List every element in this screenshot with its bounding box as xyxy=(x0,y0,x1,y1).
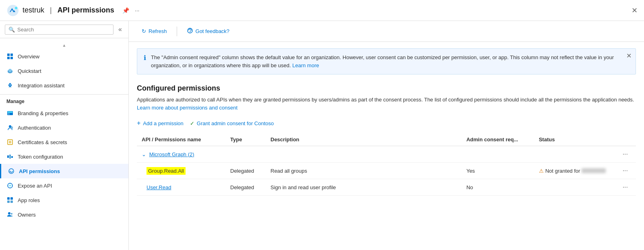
permission-actions: + Add a permission ✓ Grant admin consent… xyxy=(137,118,636,128)
admin-consent-cell: No xyxy=(462,179,534,196)
grid-icon xyxy=(6,53,14,60)
sidebar-item-label: Branding & properties xyxy=(18,110,68,116)
section-description: Applications are authorized to call APIs… xyxy=(137,96,636,112)
sidebar: 🔍 « ▲ Overview Quickstart xyxy=(0,21,129,250)
branding-icon xyxy=(6,110,14,117)
auth-icon xyxy=(6,124,14,131)
permission-name-cell: User.Read xyxy=(137,179,225,196)
row-more-button[interactable]: ··· xyxy=(619,182,631,192)
app-logo xyxy=(6,4,19,17)
svg-rect-29 xyxy=(10,200,13,203)
token-icon xyxy=(6,153,14,160)
permission-desc-cell: Read all groups xyxy=(266,163,462,179)
more-icon[interactable]: ··· xyxy=(135,7,140,14)
permission-name-cell: Group.Read.All xyxy=(137,163,225,179)
svg-point-31 xyxy=(11,213,12,215)
info-banner: ℹ The "Admin consent required" column sh… xyxy=(137,48,636,74)
owners-icon xyxy=(6,211,14,218)
group-actions-cell: ··· xyxy=(615,146,636,163)
table-row: User.Read Delegated Sign in and read use… xyxy=(137,179,636,196)
svg-point-9 xyxy=(8,69,12,72)
svg-rect-20 xyxy=(11,156,13,158)
toolbar: ↻ Refresh Got feedback? xyxy=(129,21,644,42)
sidebar-item-overview[interactable]: Overview xyxy=(0,49,128,64)
sidebar-item-label: Token configuration xyxy=(18,154,63,160)
sidebar-item-authentication[interactable]: Authentication xyxy=(0,120,128,135)
refresh-button[interactable]: ↻ Refresh xyxy=(137,26,172,37)
svg-point-10 xyxy=(10,85,11,86)
sidebar-item-label: Integration assistant xyxy=(18,83,64,89)
grant-consent-label: Grant admin consent for Contoso xyxy=(197,120,274,126)
sidebar-item-certificates[interactable]: Certificates & secrets xyxy=(0,135,128,149)
sidebar-search-box[interactable]: 🔍 xyxy=(5,25,114,35)
sidebar-item-quickstart[interactable]: Quickstart xyxy=(0,64,128,78)
sidebar-item-integration[interactable]: Integration assistant xyxy=(0,78,128,93)
col-header-type: Type xyxy=(225,133,266,146)
blurred-text xyxy=(582,168,606,173)
svg-rect-4 xyxy=(7,57,10,59)
svg-point-30 xyxy=(8,212,10,215)
sidebar-search-row: 🔍 « xyxy=(0,21,128,38)
learn-more-link[interactable]: Learn more about permissions and consent xyxy=(137,105,237,111)
sidebar-item-label: Overview xyxy=(18,54,39,60)
sidebar-item-label: API permissions xyxy=(19,168,60,174)
permissions-section: Configured permissions Applications are … xyxy=(129,81,644,202)
close-button[interactable]: ✕ xyxy=(632,6,638,15)
svg-rect-28 xyxy=(7,200,10,203)
permission-name: Group.Read.All xyxy=(147,167,186,175)
title-separator: | xyxy=(50,6,52,14)
warning-icon: ⚠ xyxy=(539,168,544,174)
group-more-button[interactable]: ··· xyxy=(619,149,631,159)
svg-rect-27 xyxy=(10,197,13,200)
info-icon: ℹ xyxy=(144,54,146,62)
info-banner-text: The "Admin consent required" column show… xyxy=(151,54,629,69)
grant-consent-button[interactable]: ✓ Grant admin consent for Contoso xyxy=(190,119,274,128)
svg-rect-18 xyxy=(7,155,9,158)
group-toggle-icon[interactable]: ⌄ xyxy=(142,151,146,157)
collapse-button[interactable]: « xyxy=(117,24,124,35)
pin-icon[interactable]: 📌 xyxy=(122,7,129,14)
feedback-icon xyxy=(187,27,193,35)
sidebar-nav: ▲ Overview Quickstart Integration assist… xyxy=(0,38,128,250)
sidebar-item-api-permissions[interactable]: API permissions xyxy=(0,164,128,178)
row-more-button[interactable]: ··· xyxy=(619,166,631,176)
permission-name-link[interactable]: User.Read xyxy=(147,184,171,190)
info-banner-close-button[interactable]: ✕ xyxy=(626,52,632,60)
svg-point-23 xyxy=(12,171,13,171)
permission-desc-cell: Sign in and read user profile xyxy=(266,179,462,196)
cloud-icon xyxy=(6,67,14,74)
col-header-admin: Admin consent req... xyxy=(462,133,534,146)
svg-point-22 xyxy=(10,171,10,171)
svg-rect-2 xyxy=(7,54,10,56)
manage-section-label: Manage xyxy=(0,94,128,106)
col-header-status: Status xyxy=(534,133,615,146)
sidebar-item-label: Owners xyxy=(18,212,36,218)
feedback-button[interactable]: Got feedback? xyxy=(182,25,235,37)
status-text: Not granted for xyxy=(545,168,580,174)
feedback-label: Got feedback? xyxy=(196,28,230,34)
sidebar-item-owners[interactable]: Owners xyxy=(0,207,128,222)
add-permission-button[interactable]: + Add a permission xyxy=(137,118,184,128)
status-cell xyxy=(534,179,615,196)
sidebar-item-token-config[interactable]: Token configuration xyxy=(0,149,128,164)
sidebar-item-branding[interactable]: Branding & properties xyxy=(0,106,128,120)
rocket-icon xyxy=(6,82,14,89)
col-header-api: API / Permissions name xyxy=(137,133,225,146)
permission-type-cell: Delegated xyxy=(225,163,266,179)
sidebar-item-app-roles[interactable]: App roles xyxy=(0,193,128,207)
admin-consent-cell: Yes xyxy=(462,163,534,179)
table-group-row: ⌄ Microsoft Graph (2) ··· xyxy=(137,146,636,163)
plus-icon: + xyxy=(137,120,140,127)
title-bar: testruk | API permissions 📌 ··· ✕ xyxy=(0,0,644,21)
sidebar-item-expose-api[interactable]: Expose an API xyxy=(0,178,128,193)
svg-point-33 xyxy=(190,32,190,33)
section-title: Configured permissions xyxy=(137,84,636,93)
sidebar-item-label: Expose an API xyxy=(18,183,52,189)
info-learn-more-link[interactable]: Learn more xyxy=(292,62,319,68)
svg-rect-19 xyxy=(9,155,11,159)
add-permission-label: Add a permission xyxy=(143,120,183,126)
permission-type-cell: Delegated xyxy=(225,179,266,196)
ms-graph-link[interactable]: Microsoft Graph (2) xyxy=(149,151,194,157)
col-header-actions xyxy=(615,133,636,146)
search-input[interactable] xyxy=(17,27,110,33)
